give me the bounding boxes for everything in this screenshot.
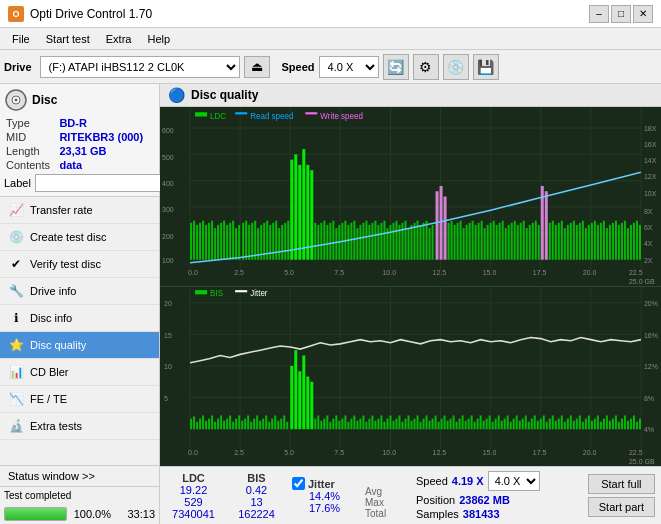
- sidebar: Disc Type BD-R MID RITEKBR3 (000) Length…: [0, 84, 160, 524]
- svg-rect-318: [438, 422, 440, 429]
- sidebar-item-extra-tests[interactable]: 🔬 Extra tests: [0, 413, 159, 440]
- svg-rect-141: [469, 223, 471, 260]
- svg-rect-150: [496, 225, 498, 260]
- svg-rect-358: [558, 419, 560, 430]
- start-full-button[interactable]: Start full: [588, 474, 655, 494]
- svg-rect-136: [454, 225, 456, 260]
- svg-rect-284: [335, 415, 337, 429]
- menu-extra[interactable]: Extra: [98, 31, 140, 47]
- svg-rect-252: [232, 422, 234, 429]
- svg-rect-127: [423, 223, 425, 260]
- svg-rect-291: [356, 421, 358, 429]
- svg-rect-72: [302, 149, 305, 260]
- sidebar-item-disc-info[interactable]: ℹ Disc info: [0, 305, 159, 332]
- svg-rect-326: [462, 415, 464, 429]
- svg-rect-273: [298, 371, 301, 429]
- svg-text:0.0: 0.0: [188, 268, 198, 277]
- svg-rect-157: [517, 225, 519, 260]
- disc-label-label: Label: [4, 177, 31, 189]
- sidebar-item-label: Transfer rate: [30, 204, 93, 216]
- jitter-checkbox[interactable]: [292, 477, 305, 490]
- start-part-button[interactable]: Start part: [588, 497, 655, 517]
- eject-button[interactable]: ⏏: [244, 56, 270, 78]
- create-test-disc-icon: 💿: [8, 229, 24, 245]
- sidebar-item-cd-bler[interactable]: 📊 CD Bler: [0, 359, 159, 386]
- speed-row: Speed 4.19 X 4.0 X: [416, 471, 572, 491]
- svg-rect-366: [582, 422, 584, 429]
- svg-rect-301: [386, 419, 388, 430]
- svg-rect-154: [508, 225, 510, 260]
- svg-rect-148: [490, 223, 492, 260]
- svg-rect-68: [238, 225, 240, 260]
- sidebar-item-create-test-disc[interactable]: 💿 Create test disc: [0, 224, 159, 251]
- disc-quality-icon: ⭐: [8, 337, 24, 353]
- svg-rect-62: [220, 223, 222, 260]
- svg-rect-312: [420, 422, 422, 429]
- svg-rect-102: [347, 225, 349, 260]
- save-button[interactable]: 💾: [473, 54, 499, 80]
- settings-button[interactable]: ⚙: [413, 54, 439, 80]
- svg-rect-106: [359, 225, 361, 260]
- sidebar-item-fe-te[interactable]: 📉 FE / TE: [0, 386, 159, 413]
- svg-rect-363: [573, 421, 575, 429]
- sidebar-item-drive-info[interactable]: 🔧 Drive info: [0, 278, 159, 305]
- minimize-button[interactable]: –: [589, 5, 609, 23]
- drive-select[interactable]: (F:) ATAPI iHBS112 2 CL0K: [40, 56, 240, 78]
- disc-button[interactable]: 💿: [443, 54, 469, 80]
- disc-icon: [4, 88, 28, 112]
- speed-info: Speed 4.19 X 4.0 X Position 23862 MB Sam…: [416, 471, 572, 520]
- svg-rect-126: [420, 225, 422, 260]
- svg-rect-57: [205, 225, 207, 260]
- svg-rect-329: [471, 415, 473, 429]
- svg-rect-142: [472, 221, 474, 260]
- svg-rect-274: [302, 355, 305, 429]
- svg-rect-187: [609, 225, 611, 260]
- refresh-button[interactable]: 🔄: [383, 54, 409, 80]
- svg-rect-319: [441, 419, 443, 430]
- svg-rect-355: [549, 419, 551, 430]
- svg-rect-153: [505, 228, 507, 260]
- svg-rect-140: [466, 225, 468, 260]
- svg-rect-343: [513, 419, 515, 430]
- svg-rect-171: [561, 221, 563, 260]
- svg-text:25.0 GB: 25.0 GB: [629, 457, 655, 466]
- svg-rect-377: [615, 415, 617, 429]
- svg-rect-78: [251, 223, 253, 260]
- svg-rect-166: [545, 191, 548, 259]
- svg-rect-289: [350, 419, 352, 430]
- svg-rect-193: [627, 228, 629, 260]
- sidebar-item-transfer-rate[interactable]: 📈 Transfer rate: [0, 197, 159, 224]
- svg-rect-346: [522, 419, 524, 430]
- svg-rect-313: [423, 419, 425, 430]
- type-label: Type: [4, 116, 57, 130]
- sidebar-item-disc-quality[interactable]: ⭐ Disc quality: [0, 332, 159, 359]
- row-labels-column: Avg Max Total: [365, 472, 400, 519]
- disc-label-input[interactable]: [35, 174, 168, 192]
- menu-help[interactable]: Help: [139, 31, 178, 47]
- speed-select[interactable]: 4.0 X: [319, 56, 379, 78]
- svg-rect-120: [401, 223, 403, 260]
- close-button[interactable]: ✕: [633, 5, 653, 23]
- menu-start-test[interactable]: Start test: [38, 31, 98, 47]
- svg-text:12X: 12X: [644, 171, 657, 180]
- svg-text:Read speed: Read speed: [250, 111, 294, 120]
- svg-rect-185: [603, 221, 605, 260]
- speed-dropdown[interactable]: 4.0 X: [488, 471, 540, 491]
- window-controls: – □ ✕: [589, 5, 653, 23]
- svg-rect-186: [606, 228, 608, 260]
- ldc-header: LDC: [166, 472, 221, 484]
- svg-rect-332: [480, 415, 482, 429]
- status-window-button[interactable]: Status window >>: [0, 466, 159, 487]
- svg-rect-198: [160, 287, 661, 466]
- sidebar-item-verify-test-disc[interactable]: ✔ Verify test disc: [0, 251, 159, 278]
- svg-rect-124: [414, 223, 416, 260]
- maximize-button[interactable]: □: [611, 5, 631, 23]
- svg-rect-271: [290, 366, 293, 429]
- svg-rect-129: [429, 228, 431, 260]
- menu-file[interactable]: File: [4, 31, 38, 47]
- svg-rect-361: [567, 419, 569, 430]
- svg-text:2.5: 2.5: [234, 268, 244, 277]
- svg-rect-55: [199, 223, 201, 260]
- svg-text:500: 500: [162, 152, 174, 161]
- svg-rect-255: [241, 421, 243, 429]
